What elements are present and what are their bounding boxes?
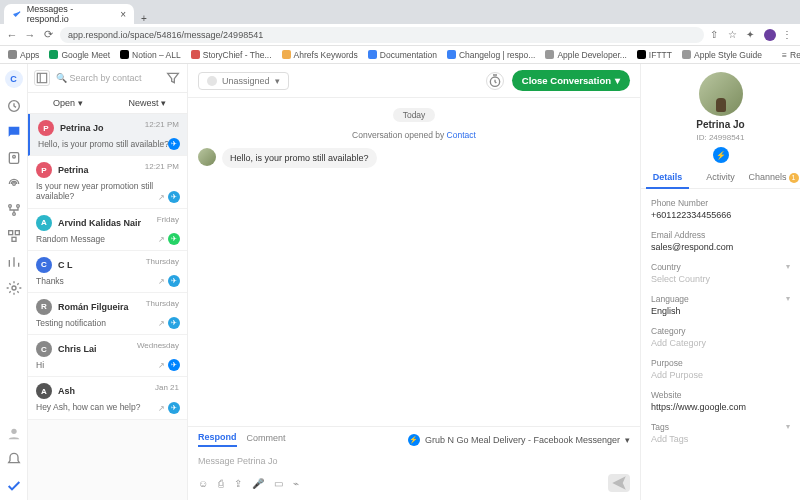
respond-logo-icon[interactable] xyxy=(6,478,22,494)
chat-pane: Unassigned ▾ Close Conversation ▾ Today … xyxy=(188,64,640,500)
send-button[interactable] xyxy=(608,474,630,492)
sort-filter[interactable]: Newest ▾ xyxy=(108,93,188,113)
contact-name: Román Filgueira xyxy=(58,302,129,312)
detail-field[interactable]: Language▾English xyxy=(651,289,790,321)
forward-button[interactable]: → xyxy=(24,29,36,41)
conversation-item[interactable]: CC LThursdayThanks↗✈ xyxy=(28,251,187,293)
search-input[interactable]: 🔍 Search by contact xyxy=(56,73,159,83)
messenger-icon: ⚡ xyxy=(713,147,729,163)
avatar: C xyxy=(36,257,52,273)
reload-button[interactable]: ⟳ xyxy=(42,28,54,41)
message-input[interactable]: Message Petrina Jo xyxy=(188,452,640,470)
bookmark-item[interactable]: Apple Style Guide xyxy=(682,50,762,60)
snippet-icon[interactable]: ▭ xyxy=(274,478,283,489)
contact-name: Chris Lai xyxy=(58,344,97,354)
url-text: app.respond.io/space/54816/message/24998… xyxy=(68,30,263,40)
outbound-icon: ↗ xyxy=(158,319,165,328)
profile-avatar[interactable] xyxy=(764,29,776,41)
org-icon[interactable] xyxy=(6,228,22,244)
respond-tab[interactable]: Respond xyxy=(198,432,237,447)
svg-point-3 xyxy=(12,183,15,186)
collapse-button[interactable] xyxy=(34,70,50,86)
timestamp: Thursday xyxy=(146,257,179,266)
settings-icon[interactable] xyxy=(6,280,22,296)
voice-icon[interactable]: 🎤 xyxy=(252,478,264,489)
svg-point-11 xyxy=(11,429,16,434)
detail-field[interactable]: Tags▾Add Tags xyxy=(651,417,790,449)
workspace-switcher[interactable]: C xyxy=(5,70,23,88)
bookmark-item[interactable]: StoryChief - The... xyxy=(191,50,272,60)
bookmark-item[interactable]: Apple Developer... xyxy=(545,50,626,60)
contact-name: Ash xyxy=(58,386,75,396)
contact-name: Petrina Jo xyxy=(696,119,744,130)
contact-avatar xyxy=(699,72,743,116)
timestamp: 12:21 PM xyxy=(145,120,179,129)
extensions-icon[interactable]: ✦ xyxy=(746,29,758,41)
channel-selector[interactable]: ⚡ Grub N Go Meal Delivery - Facebook Mes… xyxy=(408,434,630,446)
detail-field[interactable]: Email Addresssales@respond.com xyxy=(651,225,790,257)
bookmark-item[interactable]: IFTTT xyxy=(637,50,672,60)
template-icon[interactable]: ⌁ xyxy=(293,478,299,489)
menu-icon[interactable]: ⋮ xyxy=(782,29,794,41)
conversation-item[interactable]: CChris LaiWednesdayHi↗✈ xyxy=(28,335,187,377)
avatar: A xyxy=(36,215,52,231)
bookmark-apps[interactable]: Apps xyxy=(8,50,39,60)
field-value: Add Tags xyxy=(651,434,790,444)
notifications-icon[interactable] xyxy=(6,452,22,468)
bookmark-item[interactable]: Notion – ALL xyxy=(120,50,181,60)
contact-link[interactable]: Contact xyxy=(447,130,476,140)
emoji-icon[interactable]: ☺ xyxy=(198,478,208,489)
contacts-icon[interactable] xyxy=(6,150,22,166)
detail-field[interactable]: PurposeAdd Purpose xyxy=(651,353,790,385)
conversation-item[interactable]: AArvind Kalidas NairFridayRandom Message… xyxy=(28,209,187,251)
details-tab[interactable]: Details xyxy=(641,167,694,188)
workflows-icon[interactable] xyxy=(6,202,22,218)
comment-tab[interactable]: Comment xyxy=(247,433,286,446)
conversation-item[interactable]: PPetrina Jo12:21 PMHello, is your promo … xyxy=(28,114,187,156)
outbound-icon: ↗ xyxy=(158,140,165,149)
outbound-icon: ↗ xyxy=(158,361,165,370)
field-label: Purpose xyxy=(651,358,790,368)
bookmark-item[interactable]: Ahrefs Keywords xyxy=(282,50,358,60)
channels-tab[interactable]: Channels1 xyxy=(747,167,800,188)
attachment-icon[interactable]: ⎙ xyxy=(218,478,224,489)
system-message: Conversation opened by Contact xyxy=(198,130,630,140)
nav-rail: C xyxy=(0,64,28,500)
detail-field[interactable]: Country▾Select Country xyxy=(651,257,790,289)
browser-tab[interactable]: Messages - respond.io × xyxy=(4,4,134,24)
tab-close-icon[interactable]: × xyxy=(120,9,126,20)
conversation-item[interactable]: RRomán FilgueiraThursdayTesting notifica… xyxy=(28,293,187,335)
bookmark-item[interactable]: Google Meet xyxy=(49,50,110,60)
reading-list[interactable]: ≡Reading List xyxy=(782,50,800,60)
address-bar[interactable]: app.respond.io/space/54816/message/24998… xyxy=(60,27,704,43)
assignee-dropdown[interactable]: Unassigned ▾ xyxy=(198,72,289,90)
detail-field[interactable]: Phone Number+601122334455666 xyxy=(651,193,790,225)
back-button[interactable]: ← xyxy=(6,29,18,41)
detail-field[interactable]: CategoryAdd Category xyxy=(651,321,790,353)
filter-icon[interactable] xyxy=(165,70,181,86)
broadcast-icon[interactable] xyxy=(6,176,22,192)
status-filter[interactable]: Open ▾ xyxy=(28,93,108,113)
snooze-button[interactable] xyxy=(486,72,504,90)
conversation-item[interactable]: AAshJan 21Hey Ash, how can we help?↗✈ xyxy=(28,377,187,419)
outbound-icon: ↗ xyxy=(158,404,165,413)
bookmark-item[interactable]: Documentation xyxy=(368,50,437,60)
star-icon[interactable]: ☆ xyxy=(728,29,740,41)
user-avatar-icon[interactable] xyxy=(6,426,22,442)
outbound-icon: ↗ xyxy=(158,277,165,286)
svg-rect-9 xyxy=(12,237,16,241)
share-icon[interactable]: ⇧ xyxy=(710,29,722,41)
upload-icon[interactable]: ⇪ xyxy=(234,478,242,489)
new-tab-button[interactable]: + xyxy=(134,13,154,24)
activity-tab[interactable]: Activity xyxy=(694,167,747,188)
reports-icon[interactable] xyxy=(6,254,22,270)
conversation-item[interactable]: PPetrina12:21 PMIs your new year promoti… xyxy=(28,156,187,208)
channels-badge: 1 xyxy=(789,173,799,183)
messages-icon[interactable] xyxy=(6,124,22,140)
bookmark-item[interactable]: Changelog | respo... xyxy=(447,50,535,60)
field-value: Add Category xyxy=(651,338,790,348)
browser-actions: ⇧ ☆ ✦ ⋮ xyxy=(710,29,794,41)
close-conversation-button[interactable]: Close Conversation ▾ xyxy=(512,70,630,91)
dashboard-icon[interactable] xyxy=(6,98,22,114)
detail-field[interactable]: Websitehttps://www.google.com xyxy=(651,385,790,417)
